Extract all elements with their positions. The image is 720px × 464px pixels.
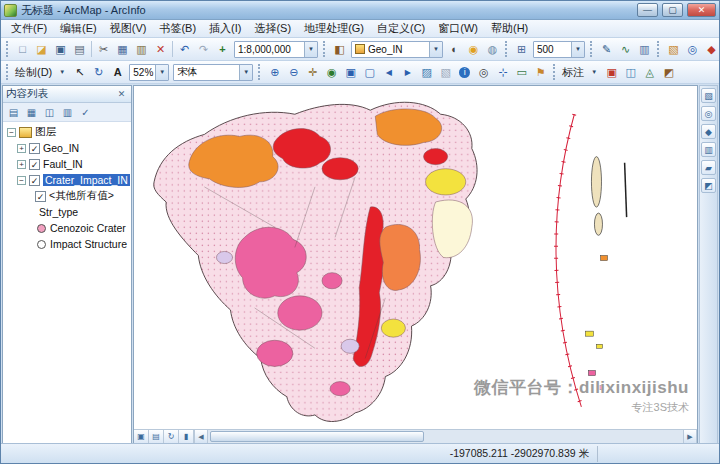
toc-root-layers[interactable]: − 图层 <box>3 124 131 140</box>
menu-bookmarks[interactable]: 书签(B) <box>153 20 202 37</box>
dock-results-button[interactable]: ▥ <box>701 142 716 157</box>
menu-file[interactable]: 文件(F) <box>5 20 53 37</box>
expand-icon[interactable]: + <box>17 160 26 169</box>
data-view-button[interactable]: ▣ <box>134 430 149 443</box>
fixed-zoom-in-button[interactable] <box>341 63 360 82</box>
label-priority-button[interactable] <box>621 63 640 82</box>
list-by-source-button[interactable]: ▦ <box>23 104 40 120</box>
measure-button[interactable] <box>512 63 531 82</box>
toolbar-grip[interactable] <box>6 41 11 57</box>
toolbar-grip[interactable] <box>505 41 510 57</box>
dock-python-button[interactable]: ▰ <box>701 160 716 175</box>
horizontal-scrollbar[interactable] <box>208 430 683 443</box>
layer-checkbox[interactable]: ✓ <box>29 159 40 170</box>
layer-name[interactable]: Geo_IN <box>43 142 79 154</box>
label-manager-button[interactable] <box>602 63 621 82</box>
chevron-down-icon[interactable] <box>429 42 442 57</box>
layer-item-crater-impact-in[interactable]: − ✓ Crater_Impact_IN <box>3 172 131 188</box>
transparency-button[interactable] <box>483 40 502 59</box>
legend-other-values-row[interactable]: ✓ <其他所有值> <box>3 188 131 204</box>
catalog-window-button[interactable] <box>664 40 683 59</box>
dock-image-analysis-button[interactable]: ◩ <box>701 178 716 193</box>
toolbar-grip[interactable] <box>6 64 11 80</box>
toolbar-grip[interactable] <box>258 64 263 80</box>
scroll-right-arrow[interactable]: ▶ <box>683 430 697 443</box>
collapse-icon[interactable]: − <box>17 176 26 185</box>
menu-help[interactable]: 帮助(H) <box>485 20 534 37</box>
forward-extent-button[interactable] <box>398 63 417 82</box>
toc-options-button[interactable]: ✓ <box>77 104 94 120</box>
chevron-down-icon[interactable] <box>304 42 317 57</box>
editor-button[interactable] <box>597 40 616 59</box>
tolerance-combo[interactable]: 500 <box>533 41 585 58</box>
pause-drawing-button[interactable]: ▮ <box>179 430 194 443</box>
undo-button[interactable] <box>175 40 194 59</box>
layer-name-selected[interactable]: Crater_Impact_IN <box>43 174 130 186</box>
refresh-view-button[interactable]: ↻ <box>164 430 179 443</box>
clear-selection-button[interactable] <box>436 63 455 82</box>
dock-toolbox-button[interactable]: ◆ <box>701 124 716 139</box>
labeling-toolbar-label[interactable]: 标注 <box>560 65 586 80</box>
legend-class-impact[interactable]: Impact Structure <box>3 236 131 252</box>
edit-vertices-button[interactable] <box>616 40 635 59</box>
draw-menu-dropdown[interactable] <box>54 63 70 82</box>
select-features-button[interactable] <box>417 63 436 82</box>
go-to-xy-button[interactable] <box>493 63 512 82</box>
save-button[interactable] <box>51 40 70 59</box>
list-by-selection-button[interactable]: ▥ <box>59 104 76 120</box>
pan-button[interactable] <box>303 63 322 82</box>
cut-button[interactable] <box>94 40 113 59</box>
layer-name[interactable]: Fault_IN <box>43 158 83 170</box>
menu-geoprocessing[interactable]: 地理处理(G) <box>298 20 370 37</box>
dock-catalog-button[interactable]: ▧ <box>701 88 716 103</box>
arctoolbox-button[interactable] <box>702 40 719 59</box>
label-weight-button[interactable] <box>640 63 659 82</box>
scroll-left-arrow[interactable]: ◀ <box>194 430 208 443</box>
print-button[interactable] <box>70 40 89 59</box>
expand-icon[interactable]: + <box>17 144 26 153</box>
layer-checkbox[interactable]: ✓ <box>29 143 40 154</box>
menu-selection[interactable]: 选择(S) <box>248 20 297 37</box>
redo-button[interactable] <box>194 40 213 59</box>
menu-window[interactable]: 窗口(W) <box>432 20 484 37</box>
map-canvas[interactable]: 微信平台号：dilixinxijishu 专注3S技术 <box>134 86 697 429</box>
chevron-down-icon[interactable] <box>239 65 252 80</box>
fixed-zoom-out-button[interactable] <box>360 63 379 82</box>
chevron-down-icon[interactable] <box>571 42 584 57</box>
close-button[interactable]: ✕ <box>687 3 716 17</box>
toc-close-icon[interactable]: ✕ <box>115 89 128 99</box>
list-by-drawing-order-button[interactable]: ▤ <box>5 104 22 120</box>
copy-button[interactable] <box>113 40 132 59</box>
zoom-percent-combo[interactable]: 52% <box>129 64 169 81</box>
menu-insert[interactable]: 插入(I) <box>203 20 247 37</box>
paste-button[interactable] <box>132 40 151 59</box>
new-text-button[interactable] <box>108 63 127 82</box>
snapping-button[interactable] <box>512 40 531 59</box>
maximize-button[interactable]: ▢ <box>662 3 683 17</box>
zoom-out-button[interactable] <box>284 63 303 82</box>
zoom-in-button[interactable] <box>265 63 284 82</box>
effects-layer-combo[interactable]: Geo_IN <box>351 41 443 58</box>
andaman-islands-group[interactable] <box>556 114 627 407</box>
india-geology-landmass[interactable] <box>154 102 477 421</box>
collapse-icon[interactable]: − <box>7 128 16 137</box>
minimize-button[interactable]: — <box>637 3 658 17</box>
font-combo[interactable]: 宋体 <box>173 64 253 81</box>
toolbar-grip[interactable] <box>590 41 595 57</box>
back-extent-button[interactable] <box>379 63 398 82</box>
dock-search-button[interactable]: ◎ <box>701 106 716 121</box>
toolbar-grip[interactable] <box>323 41 328 57</box>
brightness-button[interactable] <box>464 40 483 59</box>
add-data-button[interactable] <box>213 40 232 59</box>
menu-view[interactable]: 视图(V) <box>104 20 153 37</box>
list-by-visibility-button[interactable]: ◫ <box>41 104 58 120</box>
attributes-button[interactable] <box>635 40 654 59</box>
rotate-button[interactable] <box>89 63 108 82</box>
menu-customize[interactable]: 自定义(C) <box>371 20 431 37</box>
new-map-button[interactable] <box>13 40 32 59</box>
draw-menu-label[interactable]: 绘制(D) <box>13 65 54 80</box>
open-button[interactable] <box>32 40 51 59</box>
labeling-dropdown[interactable] <box>586 63 602 82</box>
hyperlink-button[interactable] <box>531 63 550 82</box>
effects-icon-button[interactable] <box>330 40 349 59</box>
